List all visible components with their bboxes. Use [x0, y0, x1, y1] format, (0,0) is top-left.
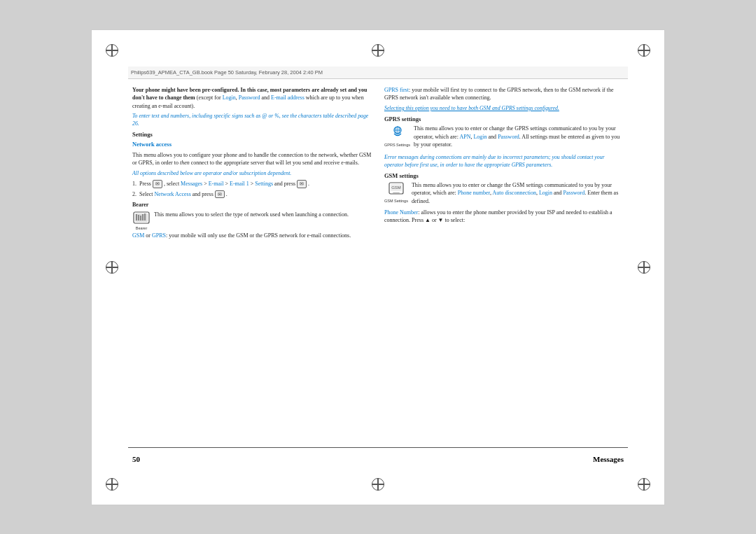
footer-page-number: 50	[132, 455, 140, 463]
reg-mark-top-left	[106, 44, 118, 57]
page-footer: 50 Messages	[128, 447, 628, 468]
svg-text:GSM: GSM	[391, 185, 401, 190]
gprs-settings-icon: GPRS Settings	[384, 125, 410, 148]
gsm-settings-heading: GSM settings	[384, 171, 624, 180]
content-area: Your phone might have been pre-configure…	[128, 80, 628, 438]
intro-and: and	[260, 94, 271, 101]
reg-mark-bottom-left	[106, 478, 118, 491]
intro-login-link[interactable]: Login	[223, 94, 236, 101]
italic-note: To enter text and numbers, including spe…	[132, 113, 372, 128]
email1-link[interactable]: E-mail 1	[230, 181, 249, 187]
step-2-num: 2.	[132, 190, 136, 199]
network-access-heading: Network access	[132, 140, 372, 148]
apn-link[interactable]: APN	[459, 134, 470, 140]
step-1-num: 1.	[132, 180, 136, 188]
reg-mark-mid-left	[106, 261, 118, 274]
reg-mark-top-mid	[372, 44, 384, 57]
phone-number-label-link[interactable]: Phone Number	[384, 209, 418, 216]
bearer-label: Bearer	[132, 201, 372, 209]
gsm-settings-section: GSM GSM Settings This menu allows you to…	[384, 181, 624, 209]
svg-rect-14	[393, 192, 400, 194]
phone-number-link[interactable]: Phone number	[458, 190, 490, 196]
step-2: 2. Select Network Access and press ✉ .	[132, 190, 372, 199]
page-header: Philips639_APMEA_CTA_GB.book Page 50 Sat…	[128, 66, 628, 79]
header-text: Philips639_APMEA_CTA_GB.book Page 50 Sat…	[131, 69, 323, 76]
step-2-text: Select Network Access and press ✉ .	[139, 191, 227, 197]
gprs-first-link[interactable]: GPRS first	[384, 87, 409, 93]
step-1: 1. Press ✉ , select Messages > E-mail > …	[132, 180, 372, 188]
gsm-link[interactable]: GSM	[132, 232, 144, 239]
reg-mark-bottom-mid	[372, 478, 384, 491]
gsm-settings-icon: GSM GSM Settings	[384, 181, 408, 205]
bearer-icon-label: Bearer	[132, 226, 150, 232]
svg-rect-4	[140, 216, 141, 220]
gsm-login-link[interactable]: Login	[539, 190, 552, 196]
email-link[interactable]: E-mail	[209, 181, 224, 187]
auto-disconnection-link[interactable]: Auto disconnection	[493, 190, 536, 196]
bearer-icon: Bearer	[132, 211, 150, 232]
gprs-settings-heading: GPRS settings	[384, 115, 624, 123]
gprs-login-link[interactable]: Login	[473, 134, 486, 140]
settings-link[interactable]: Settings	[255, 181, 273, 187]
network-access-text: This menu allows you to configure your p…	[132, 151, 372, 167]
italic-error: Error messages during connections are ma…	[384, 154, 624, 169]
gsm-settings-text: This menu allows you to enter or change …	[384, 181, 624, 206]
left-column: Your phone might have been pre-configure…	[132, 86, 372, 438]
network-access-link[interactable]: Network Access	[155, 191, 191, 197]
bearer-text: This menu allows you to select the type …	[132, 211, 372, 219]
messages-link[interactable]: Messages	[181, 181, 202, 187]
svg-rect-5	[142, 214, 144, 220]
gprs-first-text: GPRS first: your mobile will first try t…	[384, 86, 624, 102]
footer-title: Messages	[593, 455, 624, 463]
gprs-password-link[interactable]: Password	[498, 134, 519, 140]
intro-password-link[interactable]: Password	[239, 94, 260, 101]
key-btn-1: ✉	[153, 180, 162, 188]
reg-mark-top-right	[638, 44, 650, 57]
italic-all: All options described below are operator…	[132, 170, 372, 178]
key-btn-2: ✉	[297, 180, 307, 188]
svg-rect-3	[138, 215, 139, 220]
page-container: Philips639_APMEA_CTA_GB.book Page 50 Sat…	[91, 29, 665, 505]
svg-rect-6	[144, 213, 146, 220]
svg-rect-2	[136, 214, 137, 220]
reg-mark-bottom-right	[638, 478, 650, 491]
intro-paragraph: Your phone might have been pre-configure…	[132, 86, 372, 111]
step-1-text: Press ✉ , select Messages > E-mail > E-m…	[139, 181, 309, 187]
key-btn-3: ✉	[215, 190, 225, 198]
gprs-settings-label: GPRS Settings	[384, 143, 410, 148]
phone-number-text: Phone Number: allows you to enter the ph…	[384, 209, 624, 225]
bearer-section: Bearer This menu allows you to select th…	[132, 211, 372, 232]
gsm-gprs-text: GSM or GPRS: your mobile will only use t…	[132, 232, 372, 240]
intro-normal: (except for	[197, 94, 223, 101]
settings-heading: Settings	[132, 130, 372, 139]
gsm-password-link[interactable]: Password	[564, 190, 585, 196]
reg-mark-mid-right	[638, 261, 650, 274]
gprs-settings-text: This menu allows you to enter or change …	[384, 125, 624, 149]
right-column: GPRS first: your mobile will first try t…	[384, 86, 624, 438]
gprs-settings-section: GPRS Settings This menu allows you to en…	[384, 125, 624, 152]
intro-email-link[interactable]: E-mail address	[271, 94, 304, 101]
gprs-link[interactable]: GPRS	[152, 232, 166, 239]
gsm-settings-label: GSM Settings	[384, 199, 408, 204]
italic-selecting: Selecting this option you need to have b…	[384, 105, 624, 113]
